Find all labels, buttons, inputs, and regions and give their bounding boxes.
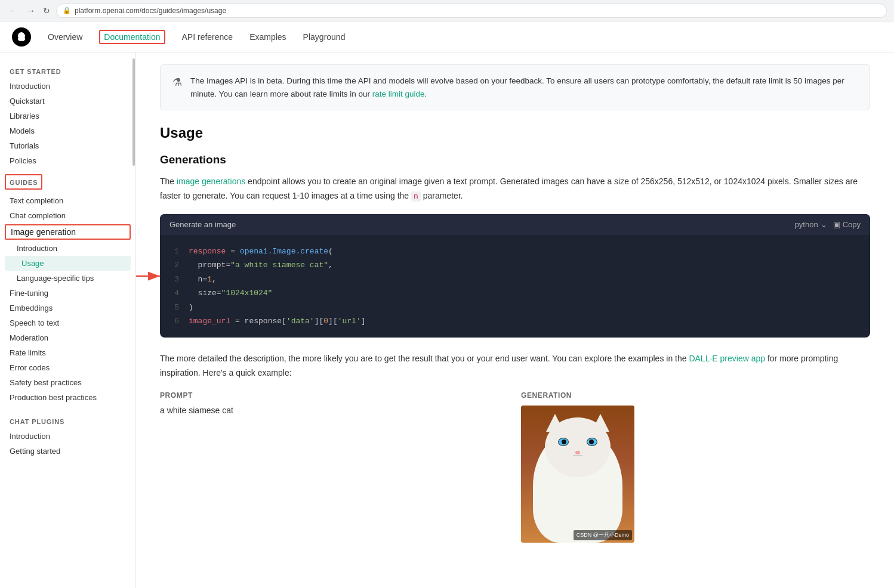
main-content: ⚗ The Images API is in beta. During this… — [136, 52, 894, 588]
forward-button[interactable]: → — [25, 5, 37, 17]
code-block-controls: python ⌄ ▣ Copy — [795, 220, 861, 229]
cat-image: CSDN @一只小Demo — [521, 406, 634, 543]
nav-overview[interactable]: Overview — [48, 30, 82, 44]
chevron-down-icon: ⌄ — [821, 220, 827, 229]
code-block-wrapper: Generate an image python ⌄ ▣ Copy — [160, 214, 870, 338]
watermark: CSDN @一只小Demo — [574, 530, 632, 540]
code-block: Generate an image python ⌄ ▣ Copy — [160, 214, 870, 338]
sidebar-item-introduction-cp[interactable]: Introduction — [0, 429, 135, 444]
nav-api-reference[interactable]: API reference — [182, 30, 233, 44]
sidebar-item-language-tips[interactable]: Language-specific tips — [0, 271, 135, 286]
beta-icon: ⚗ — [172, 76, 182, 100]
code-line-6: 6 image_url = response['data'][0]['url'] — [169, 314, 861, 328]
dalle-preview-link[interactable]: DALL·E preview app — [689, 354, 765, 363]
code-line-4: 4 size="1024x1024" — [169, 286, 861, 300]
sidebar-item-image-generation[interactable]: Image generation — [5, 224, 131, 240]
info-box-text: The Images API is in beta. During this t… — [190, 75, 858, 100]
table-header: PROMPT GENERATION — [160, 391, 870, 400]
sidebar-scrollbar[interactable] — [132, 52, 135, 588]
sidebar-section-get-started: GET STARTED — [0, 62, 135, 79]
sidebar-item-usage[interactable]: Usage — [5, 256, 131, 271]
code-block-title: Generate an image — [169, 220, 236, 229]
back-button[interactable]: ← — [7, 5, 19, 17]
sidebar-item-embeddings[interactable]: Embeddings — [0, 301, 135, 315]
table-content: a white siamese cat — [160, 406, 870, 543]
nav-playground[interactable]: Playground — [303, 30, 346, 44]
generation-col-header: GENERATION — [521, 391, 870, 400]
sidebar-item-chat-completion[interactable]: Chat completion — [0, 208, 135, 223]
sidebar: GET STARTED Introduction Quickstart Libr… — [0, 52, 136, 588]
sidebar-item-speech-to-text[interactable]: Speech to text — [0, 315, 135, 330]
rate-limit-guide-link[interactable]: rate limit guide — [372, 89, 425, 98]
openai-logo[interactable] — [12, 27, 31, 47]
code-block-header: Generate an image python ⌄ ▣ Copy — [160, 214, 870, 235]
copy-button[interactable]: ▣ Copy — [833, 220, 861, 229]
info-box: ⚗ The Images API is in beta. During this… — [160, 64, 870, 110]
sidebar-scrollbar-thumb — [132, 58, 135, 166]
code-line-1: 1 response = openai.Image.create( — [169, 245, 861, 258]
code-line-3: 3 n=1, — [169, 273, 861, 286]
generation-image-cell: CSDN @一只小Demo — [521, 406, 870, 543]
sidebar-item-introduction-gs[interactable]: Introduction — [0, 79, 135, 94]
sidebar-item-policies[interactable]: Policies — [0, 153, 135, 168]
sidebar-item-libraries[interactable]: Libraries — [0, 109, 135, 123]
sidebar-item-fine-tuning[interactable]: Fine-tuning — [0, 286, 135, 301]
image-generations-link[interactable]: image generations — [177, 177, 245, 186]
address-bar[interactable]: 🔒 platform.openai.com/docs/guides/images… — [56, 4, 887, 18]
sidebar-item-quickstart[interactable]: Quickstart — [0, 94, 135, 109]
top-nav: Overview Documentation API reference Exa… — [0, 21, 894, 52]
sidebar-item-tutorials[interactable]: Tutorials — [0, 138, 135, 153]
sidebar-item-moderation[interactable]: Moderation — [0, 330, 135, 345]
after-code-text: The more detailed the description, the m… — [160, 352, 870, 380]
nav-documentation[interactable]: Documentation — [99, 30, 165, 44]
sidebar-item-text-completion[interactable]: Text completion — [0, 193, 135, 208]
main-layout: GET STARTED Introduction Quickstart Libr… — [0, 52, 894, 588]
prompt-col-header: PROMPT — [160, 391, 509, 400]
browser-bar: ← → ↻ 🔒 platform.openai.com/docs/guides/… — [0, 0, 894, 21]
code-line-2: 2 prompt="a white siamese cat", — [169, 258, 861, 272]
sidebar-item-models[interactable]: Models — [0, 123, 135, 138]
lock-icon: 🔒 — [63, 7, 71, 14]
sidebar-item-safety-best-practices[interactable]: Safety best practices — [0, 375, 135, 390]
sidebar-item-getting-started[interactable]: Getting started — [0, 444, 135, 459]
copy-icon: ▣ — [833, 220, 840, 229]
generations-intro: The image generations endpoint allows yo… — [160, 175, 870, 203]
code-block-body: 1 response = openai.Image.create( 2 prom… — [160, 235, 870, 338]
usage-heading: Usage — [160, 125, 870, 141]
prompt-text: a white siamese cat — [160, 406, 509, 543]
code-line-5: 5 ) — [169, 301, 861, 314]
sidebar-item-production-best-practices[interactable]: Production best practices — [0, 390, 135, 405]
sidebar-section-guides: GUIDES — [10, 179, 38, 186]
url-text: platform.openai.com/docs/guides/images/u… — [75, 7, 226, 15]
refresh-button[interactable]: ↻ — [43, 6, 50, 16]
sidebar-item-error-codes[interactable]: Error codes — [0, 360, 135, 375]
sidebar-item-introduction-img[interactable]: Introduction — [0, 241, 135, 256]
sidebar-section-chat-plugins: CHAT PLUGINS — [0, 412, 135, 429]
nav-examples[interactable]: Examples — [249, 30, 286, 44]
red-arrow — [136, 267, 166, 285]
sidebar-item-rate-limits[interactable]: Rate limits — [0, 345, 135, 360]
n-param-code: n — [411, 191, 421, 202]
generations-heading: Generations — [160, 153, 870, 166]
language-selector[interactable]: python ⌄ — [795, 220, 827, 229]
